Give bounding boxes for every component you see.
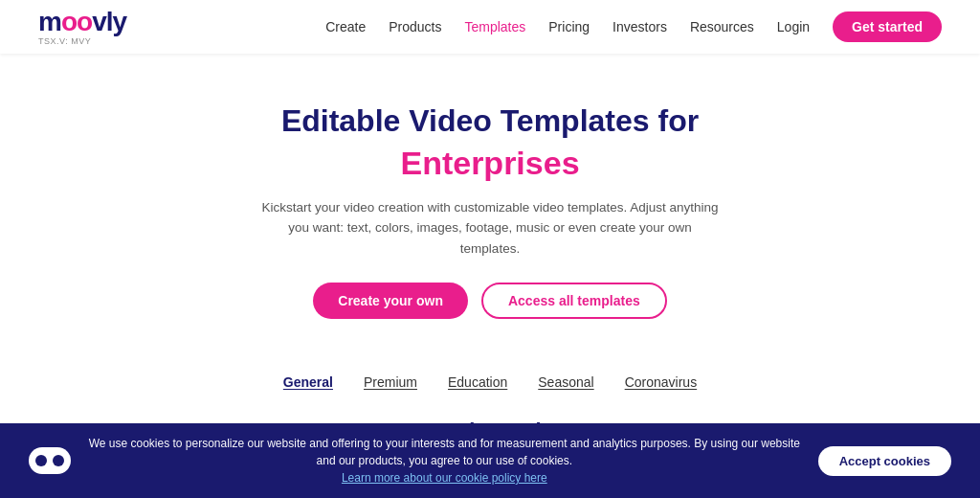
- tab-general[interactable]: General: [283, 374, 333, 394]
- logo[interactable]: moovly TSX.V: MVY: [38, 9, 126, 46]
- logo-ticker: TSX.V: MVY: [38, 36, 91, 46]
- hero-title: Editable Video Templates for Enterprises: [19, 102, 961, 184]
- tab-education[interactable]: Education: [448, 374, 507, 394]
- nav-pricing[interactable]: Pricing: [548, 19, 590, 34]
- tab-seasonal[interactable]: Seasonal: [538, 374, 593, 394]
- cookie-text: We use cookies to personalize our websit…: [88, 435, 801, 487]
- nav-create[interactable]: Create: [325, 19, 366, 34]
- hero-section: Editable Video Templates for Enterprises…: [0, 54, 980, 348]
- nav: Create Products Templates Pricing Invest…: [325, 11, 942, 42]
- nav-templates[interactable]: Templates: [464, 19, 525, 34]
- cookie-icon: [29, 447, 71, 474]
- logo-text: moovly: [38, 9, 126, 35]
- header: moovly TSX.V: MVY Create Products Templa…: [0, 0, 980, 54]
- nav-resources[interactable]: Resources: [690, 19, 754, 34]
- tab-coronavirus[interactable]: Coronavirus: [625, 374, 697, 394]
- hero-subtitle: Kickstart your video creation with custo…: [260, 197, 720, 260]
- accept-cookies-button[interactable]: Accept cookies: [818, 446, 951, 476]
- cookie-banner: We use cookies to personalize our websit…: [0, 423, 980, 498]
- tab-premium[interactable]: Premium: [364, 374, 417, 394]
- create-your-own-button[interactable]: Create your own: [313, 283, 468, 319]
- nav-investors[interactable]: Investors: [612, 19, 667, 34]
- get-started-button[interactable]: Get started: [833, 11, 942, 42]
- hero-buttons: Create your own Access all templates: [19, 283, 961, 319]
- access-all-templates-button[interactable]: Access all templates: [481, 283, 667, 319]
- template-tabs: General Premium Education Seasonal Coron…: [0, 374, 980, 394]
- cookie-policy-link[interactable]: Learn more about our cookie policy here: [342, 471, 547, 485]
- nav-login[interactable]: Login: [777, 19, 810, 34]
- nav-products[interactable]: Products: [389, 19, 441, 34]
